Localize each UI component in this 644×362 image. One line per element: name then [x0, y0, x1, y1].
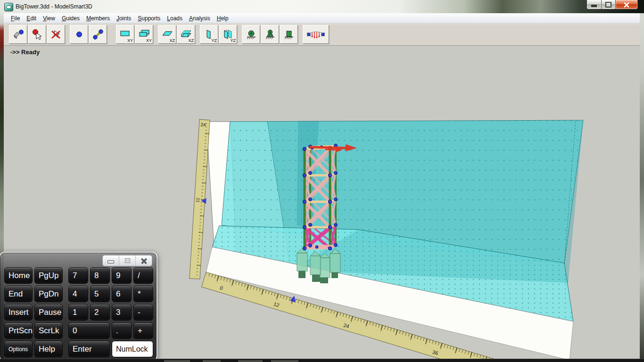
pin-support-icon — [264, 28, 276, 41]
grid-xy-label: XY — [127, 39, 133, 43]
window-border-right — [640, 13, 644, 362]
taskbar-segment — [238, 360, 263, 362]
key-divide[interactable]: / — [133, 267, 153, 284]
grid-yz-3d-label: YZ — [230, 39, 236, 43]
grid-xy-button[interactable]: XY — [116, 25, 134, 44]
loads-icon — [306, 28, 326, 41]
window-title: BigTower.3dd - ModelSmart3D — [16, 3, 92, 10]
roller-support-icon — [245, 28, 257, 41]
pin-support-button[interactable] — [261, 25, 279, 44]
key-minus[interactable]: - — [133, 304, 153, 321]
on-screen-keyboard[interactable]: Home PgUp 7 8 9 / End PgDn 4 5 6 * Inser… — [0, 252, 157, 362]
delete-icon — [50, 28, 62, 41]
key-5[interactable]: 5 — [90, 286, 110, 302]
key-scrlk[interactable]: ScrLk — [34, 322, 63, 339]
joint-icon — [73, 28, 85, 41]
key-decimal[interactable]: . — [112, 322, 132, 339]
key-2[interactable]: 2 — [90, 304, 110, 321]
osk-minimize-icon — [107, 260, 114, 263]
taskbar-segment — [164, 360, 190, 362]
minimize-button[interactable] — [586, 0, 602, 9]
menu-loads[interactable]: Loads — [164, 14, 186, 23]
menu-file[interactable]: File — [8, 14, 23, 23]
osk-keypad: Home PgUp 7 8 9 / End PgDn 4 5 6 * Inser… — [4, 267, 152, 358]
taskbar-segment — [271, 360, 298, 362]
key-0[interactable]: 0 — [68, 322, 110, 339]
grid-xz-label: XZ — [169, 39, 175, 43]
osk-minimize-button[interactable] — [103, 255, 119, 266]
menu-edit[interactable]: Edit — [23, 14, 40, 23]
key-pgdn[interactable]: PgDn — [34, 286, 63, 302]
roller-support-button[interactable] — [242, 25, 260, 44]
select-joint-icon — [31, 28, 43, 41]
stamp-joint-button[interactable] — [9, 25, 27, 44]
grid-xy-3d-label: XY — [146, 39, 152, 43]
titlebar[interactable]: BigTower.3dd - ModelSmart3D — [0, 0, 644, 14]
minimize-icon — [591, 5, 597, 7]
menu-members[interactable]: Members — [83, 14, 113, 23]
menu-analysis[interactable]: Analysis — [186, 14, 214, 23]
ruler-left: 24 12 — [190, 119, 211, 279]
key-plus[interactable]: + — [133, 322, 153, 339]
grid-xz-button[interactable]: XZ — [158, 25, 176, 44]
key-1[interactable]: 1 — [68, 304, 88, 321]
key-home[interactable]: Home — [4, 267, 33, 284]
fixed-support-icon — [283, 28, 295, 41]
key-options[interactable]: Options — [4, 341, 33, 357]
osk-window-controls — [102, 255, 152, 266]
osk-maximize-icon — [125, 258, 130, 263]
toolbar: XY XY XZ XZ — [4, 24, 640, 46]
key-6[interactable]: 6 — [112, 286, 132, 302]
delete-joint-button[interactable] — [47, 25, 65, 44]
osk-close-icon — [141, 258, 147, 264]
menu-joints[interactable]: Joints — [113, 14, 134, 23]
menu-help[interactable]: Help — [214, 14, 232, 23]
add-joint-button[interactable] — [70, 25, 88, 44]
menu-view[interactable]: View — [40, 14, 58, 23]
fixed-support-button[interactable] — [280, 25, 298, 44]
close-button[interactable] — [616, 0, 638, 9]
key-9[interactable]: 9 — [112, 267, 132, 284]
key-4[interactable]: 4 — [68, 286, 88, 302]
key-end[interactable]: End — [4, 286, 33, 302]
grid-yz-button[interactable]: YZ — [200, 25, 218, 44]
select-joint-button[interactable] — [28, 25, 46, 44]
grid-xz-3d-button[interactable]: XZ — [177, 25, 195, 44]
key-enter[interactable]: Enter — [68, 341, 110, 357]
menubar: File Edit View Guides Members Joints Sup… — [4, 13, 640, 24]
key-7[interactable]: 7 — [68, 267, 88, 284]
app-icon — [4, 3, 13, 11]
close-icon — [624, 2, 629, 8]
grid-yz-label: YZ — [211, 39, 217, 43]
taskbar-segment — [203, 360, 221, 362]
menu-guides[interactable]: Guides — [58, 14, 83, 23]
key-insert[interactable]: Insert — [4, 304, 33, 321]
maximize-button[interactable] — [602, 0, 616, 9]
taskbar[interactable] — [0, 359, 644, 362]
maximize-icon — [605, 2, 611, 8]
ruler-left-label-24: 24 — [200, 122, 206, 128]
menu-supports[interactable]: Supports — [134, 14, 164, 23]
key-3[interactable]: 3 — [112, 304, 132, 321]
status-text: ->> Ready — [10, 49, 40, 56]
grid-xy-3d-button[interactable]: XY — [135, 25, 153, 44]
add-member-button[interactable] — [89, 25, 107, 44]
key-pause[interactable]: Pause — [34, 304, 63, 321]
grid-xz-3d-label: XZ — [188, 39, 194, 43]
key-multiply[interactable]: * — [133, 286, 153, 302]
osk-close-button[interactable] — [135, 255, 152, 266]
desktop: 24 12 0 12 24 36 BigTower.3dd - ModelSma… — [0, 0, 644, 362]
key-8[interactable]: 8 — [90, 267, 110, 284]
ruler-left-label-12: 12 — [195, 197, 200, 203]
stamp-joint-icon — [12, 28, 25, 41]
loads-button[interactable] — [303, 25, 329, 44]
grid-yz-3d-button[interactable]: YZ — [219, 25, 237, 44]
osk-maximize-button[interactable] — [119, 255, 135, 266]
key-pgup[interactable]: PgUp — [34, 267, 63, 284]
key-help[interactable]: Help — [34, 341, 63, 357]
key-prtscn[interactable]: PrtScn — [4, 322, 33, 339]
member-icon — [92, 28, 104, 41]
key-numlock[interactable]: NumLock — [112, 341, 153, 357]
